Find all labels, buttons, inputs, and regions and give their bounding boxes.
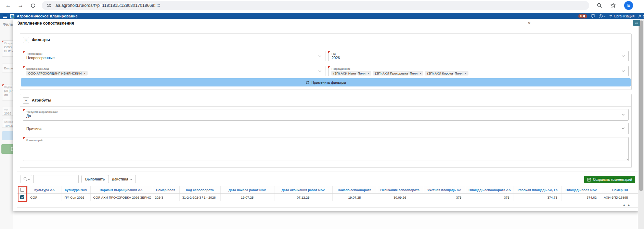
chevron-down-icon — [603, 14, 606, 17]
column-header[interactable]: Окончание севооборота — [377, 186, 423, 193]
year-select[interactable]: Год 2026 — [328, 51, 629, 61]
remove-chip-icon[interactable]: × — [84, 72, 86, 75]
chip-list: (ЗП) АХИ Ивня_Поля× (ЗП) АХИ Прохоровка_… — [331, 71, 628, 76]
actions-menu-button[interactable]: Действия — [108, 175, 136, 183]
run-search-button[interactable]: Выполнить — [81, 175, 108, 183]
user-menu[interactable]: ek.pozdnya — [638, 14, 644, 18]
column-header[interactable]: Дата начала работ NAV — [220, 186, 274, 193]
page: Фильтры Юриди ООО ИНГ И Выше Подра (ЗП) … — [0, 19, 644, 229]
column-header[interactable]: Номер ПЗ — [601, 186, 639, 193]
column-header[interactable]: Начало севооборота — [332, 186, 377, 193]
cell: ПФ Соя 2026 — [62, 193, 90, 201]
field-label: Требуется корректировка? — [26, 110, 628, 113]
legal-entity-select[interactable]: Юридическое лицо ООО АГРОХОЛДИНГ ИВНЯНСК… — [23, 66, 325, 76]
apply-filters-button[interactable]: Применить фильтры — [21, 78, 631, 86]
column-header[interactable]: Культура NAV — [62, 186, 90, 193]
notification-badge[interactable]: 0 — [578, 14, 587, 18]
grid-search-input[interactable] — [33, 175, 79, 183]
actions-label: Действия — [112, 177, 128, 181]
chat-icon[interactable] — [591, 14, 595, 18]
table-row: СОЯ ПФ Соя 2026 СОЯ АХИ ПРОХОРОВКА 2026 … — [17, 193, 639, 201]
chip: (ЗП) АХИ Ивня_Поля× — [331, 71, 371, 76]
region-title: Атрибуты — [32, 98, 51, 102]
vertical-scrollbar[interactable] — [638, 19, 644, 229]
region-header: ▾ Фильтры — [20, 34, 631, 46]
results-grid: Выполнить Действия Сохранить комментарий — [17, 172, 639, 208]
division-select[interactable]: Подразделение (ЗП) АХИ Ивня_Поля× (ЗП) А… — [328, 66, 629, 76]
column-header[interactable]: Учетная площадь АА — [423, 186, 466, 193]
chip-label: (ЗП) АХИ Прохоровка_Поля — [375, 71, 417, 75]
back-icon[interactable]: ← — [4, 1, 12, 10]
remove-chip-icon[interactable]: × — [464, 72, 466, 75]
cell: 374,73 — [514, 193, 562, 201]
cell: СОЯ АХИ ПРОХОРОВКА 2026 ЗЕРНО — [90, 193, 152, 201]
cell: 202-3 — [152, 193, 179, 201]
bell-icon — [583, 15, 585, 18]
bookmark-star-icon[interactable] — [609, 1, 617, 10]
field-label: Юридическое лицо — [26, 67, 325, 70]
column-header[interactable]: Номер поля — [152, 186, 179, 193]
organization-button[interactable]: Организация — [609, 14, 634, 18]
required-marker — [23, 109, 25, 111]
edge-badge[interactable]: co — [633, 20, 640, 26]
close-icon[interactable]: × — [526, 20, 532, 26]
profile-avatar[interactable]: E — [624, 1, 633, 10]
address-bar[interactable]: aa.agrohold.ru/ords/f?p=118:1815:1280301… — [42, 1, 589, 10]
field-label: Год — [332, 52, 628, 55]
check-type-select[interactable]: Тип проверки Непроверенные — [23, 51, 325, 61]
help-icon: ? — [599, 14, 603, 18]
row-select-cell — [17, 193, 27, 201]
reload-icon[interactable] — [29, 1, 37, 10]
comment-textarea[interactable]: Комментарий — [23, 137, 629, 161]
collapse-icon[interactable]: ▾ — [23, 37, 29, 43]
remove-chip-icon[interactable]: × — [420, 72, 421, 75]
reason-select[interactable]: Причина — [23, 123, 629, 134]
site-settings-icon[interactable] — [47, 3, 51, 8]
switch-icon — [609, 15, 613, 18]
help-menu[interactable]: ? — [599, 14, 605, 18]
save-icon — [587, 178, 591, 181]
chip: (ЗП) АХИ Прохоровка_Поля× — [373, 71, 423, 76]
url-text: aa.agrohold.ru/ords/f?p=118:1815:1280301… — [55, 3, 160, 8]
chip-list: ООО АГРОХОЛДИНГ ИВНЯНСКИЙ× — [26, 71, 325, 76]
correction-select[interactable]: Требуется корректировка? Да — [23, 109, 629, 121]
results-table: Культура АА Культура NAV Вариант выращив… — [17, 186, 640, 201]
run-label: Выполнить — [85, 177, 105, 181]
remove-chip-icon[interactable]: × — [368, 72, 369, 75]
column-header[interactable]: Культура АА — [27, 186, 62, 193]
menu-icon[interactable] — [3, 15, 7, 18]
header-row: Культура АА Культура NAV Вариант выращив… — [17, 186, 639, 193]
chip: (ЗП) АХИ Короча_Поля× — [425, 71, 468, 76]
column-header[interactable]: Код севооборота — [179, 186, 220, 193]
field-label: Тип проверки — [26, 52, 325, 55]
field-value: Непроверенные — [26, 56, 325, 60]
column-header[interactable]: Площадь поля NAV — [562, 186, 601, 193]
column-header[interactable]: Вариант выращивания АА — [90, 186, 152, 193]
header-actions: 0 ? Организация ek.pozdnya — [578, 13, 644, 19]
forward-icon[interactable]: → — [16, 1, 25, 10]
screen: ← → aa.agrohold.ru/ords/f?p=118:1815:128… — [0, 0, 644, 229]
column-header[interactable]: Площадь севооборота АА — [466, 186, 514, 193]
column-header[interactable]: Дата окончания работ NAV — [274, 186, 332, 193]
cell: 375 — [466, 193, 514, 201]
row-checkbox[interactable] — [20, 195, 24, 199]
zoom-icon[interactable] — [595, 1, 604, 10]
scrollbar-thumb[interactable] — [639, 21, 643, 191]
field-value: Да — [26, 114, 628, 118]
required-marker — [328, 51, 331, 53]
app-logo-icon — [10, 14, 14, 18]
column-header[interactable]: Рабочая площадь АА, Га — [514, 186, 562, 193]
cell: 07.12.25 — [274, 193, 332, 201]
resize-handle-icon[interactable] — [624, 157, 628, 160]
region-title: Фильтры — [32, 38, 50, 42]
select-all-checkbox[interactable] — [20, 188, 24, 192]
user-label: ek.pozdnya — [643, 14, 644, 18]
save-comment-button[interactable]: Сохранить комментарий — [584, 176, 635, 183]
search-column-button[interactable] — [21, 175, 32, 183]
cell: 375 — [423, 193, 466, 201]
collapse-icon[interactable]: ▾ — [23, 97, 29, 104]
refresh-icon — [306, 81, 309, 84]
app-title: Агрономическое планирование — [17, 14, 78, 18]
required-marker — [23, 66, 25, 68]
person-icon — [638, 14, 642, 18]
